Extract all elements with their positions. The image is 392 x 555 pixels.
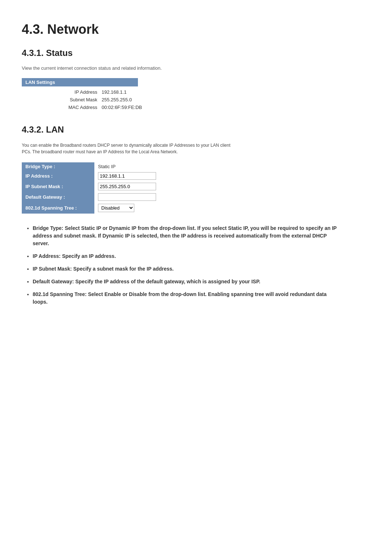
ip-address-input[interactable] (98, 172, 156, 180)
ip-address-value: 192.168.1.1 (102, 89, 127, 95)
ip-subnet-mask-label: IP Subnet Mask : (22, 181, 94, 192)
page-title: 4.3. Network (22, 22, 370, 37)
table-row: Subnet Mask 255.255.255.0 (51, 97, 370, 102)
table-row: IP Address : (22, 171, 158, 181)
lan-description: You can enable the Broadband routers DHC… (22, 142, 240, 155)
table-row: Bridge Type : Static IP (22, 162, 158, 171)
status-heading: 4.3.1. Status (22, 48, 370, 58)
list-item: IP Subnet Mask: Specify a subnet mask fo… (33, 265, 341, 273)
table-row: Default Gateway : (22, 192, 158, 202)
table-row: MAC Address 00:02:6F:59:FE:DB (51, 105, 370, 110)
status-description: View the current internet connection sta… (22, 65, 370, 71)
subnet-mask-label: Subnet Mask (51, 97, 102, 102)
table-row: IP Subnet Mask : (22, 181, 158, 192)
status-section: 4.3.1. Status View the current internet … (22, 48, 370, 110)
mac-address-label: MAC Address (51, 105, 102, 110)
status-table: IP Address 192.168.1.1 Subnet Mask 255.2… (51, 89, 370, 110)
lan-section: 4.3.2. LAN You can enable the Broadband … (22, 125, 370, 306)
mac-address-value: 00:02:6F:59:FE:DB (102, 105, 142, 110)
bridge-type-value: Static IP (94, 162, 158, 171)
table-row: 802.1d Spanning Tree : Disabled Enabled (22, 202, 158, 214)
list-item: Bridge Type: Select Static IP or Dynamic… (33, 224, 341, 247)
subnet-mask-value: 255.255.255.0 (102, 97, 132, 102)
spanning-tree-label: 802.1d Spanning Tree : (22, 202, 94, 214)
list-item: 802.1d Spanning Tree: Select Enable or D… (33, 291, 341, 306)
table-row: IP Address 192.168.1.1 (51, 89, 370, 95)
lan-settings-header: LAN Settings (22, 78, 138, 86)
ip-address-label: IP Address (51, 89, 102, 95)
lan-form-table: Bridge Type : Static IP IP Address : IP … (22, 162, 158, 214)
default-gateway-label: Default Gateway : (22, 192, 94, 202)
info-bullet-list: Bridge Type: Select Static IP or Dynamic… (22, 224, 370, 306)
bridge-type-label: Bridge Type : (22, 162, 94, 171)
ip-subnet-mask-input[interactable] (98, 183, 156, 190)
default-gateway-input[interactable] (98, 193, 156, 201)
ip-address-field-label: IP Address : (22, 171, 94, 181)
lan-heading: 4.3.2. LAN (22, 125, 370, 135)
list-item: IP Address: Specify an IP address. (33, 252, 341, 260)
list-item: Default Gateway: Specify the IP address … (33, 278, 341, 285)
spanning-tree-select[interactable]: Disabled Enabled (98, 204, 134, 212)
